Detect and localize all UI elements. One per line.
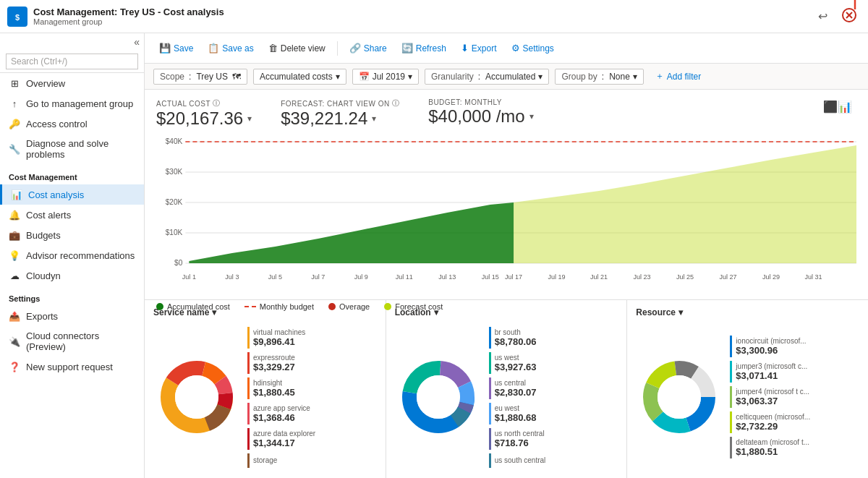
cloudyn-icon: ☁ [9, 270, 20, 281]
cost-analysis-icon: 📊 [11, 189, 22, 200]
collapse-sidebar-button[interactable]: « [134, 36, 140, 48]
settings-icon: ⚙ [511, 43, 520, 54]
actual-cost-chevron-icon: ▾ [247, 114, 252, 124]
filters-bar: Scope: Trey US 🗺 Accumulated costs ▾ 📅 J… [145, 64, 868, 90]
location-donut-chart [395, 354, 482, 440]
sidebar-item-cost-alerts[interactable]: 🔔 Cost alerts [0, 205, 144, 225]
add-filter-icon: ＋ [655, 70, 664, 82]
sidebar-item-cloudyn[interactable]: ☁ Cloudyn [0, 265, 144, 286]
scope-filter[interactable]: Scope: Trey US 🗺 [153, 69, 247, 85]
legend-budget: Monthly budget [244, 302, 314, 311]
budget-value: $40,000 /mo [428, 106, 524, 127]
location-panel-body: br south$8,780.06 us west$3,927.63 us ce… [395, 323, 618, 471]
svg-text:Jul 15: Jul 15 [482, 273, 499, 281]
support-icon: ❓ [9, 361, 20, 372]
chart-container: $40K $30K $20K $10K $0 Jul 1 Jul 3 Jul 5… [156, 135, 856, 294]
sidebar-item-management-group[interactable]: ↑ Go to management group [0, 93, 144, 114]
cloud-connectors-icon: 🔌 [9, 336, 20, 347]
forecast-value: $39,221.24 [281, 108, 367, 129]
granularity-chevron-icon: ▾ [538, 72, 542, 82]
granularity-filter[interactable]: Granularity : Accumulated ▾ [425, 69, 549, 85]
main-layout: « ⊞ Overview ↑ Go to management group 🔑 … [0, 33, 868, 478]
actual-cost-metric: ACTUAL COST ⓘ $20,167.36 ▾ [156, 98, 252, 129]
settings-section-label: Settings [0, 286, 144, 306]
refresh-button[interactable]: 🔄 Refresh [396, 40, 452, 56]
svg-text:$0: $0 [174, 259, 183, 267]
delete-view-button[interactable]: 🗑 Delete view [263, 40, 331, 56]
save-as-button[interactable]: 📋 Save as [202, 40, 259, 56]
svg-text:Jul 11: Jul 11 [396, 273, 413, 281]
close-button[interactable] [838, 7, 861, 27]
list-item: us central$2,830.07 [489, 377, 618, 399]
scope-map-icon: 🗺 [232, 72, 241, 82]
view-filter[interactable]: Accumulated costs ▾ [253, 69, 346, 85]
resource-legend-list: ionocircuit (microsof...$3,300.96 jumper… [730, 336, 859, 458]
title-bar-controls: ↩ [814, 7, 861, 27]
group-by-filter[interactable]: Group by : None ▾ [555, 69, 643, 85]
forecast-legend-dot [384, 303, 391, 310]
toolbar: 💾 Save 📋 Save as 🗑 Delete view 🔗 Share 🔄… [145, 33, 868, 64]
page-subtitle: Management group [33, 17, 224, 26]
svg-text:Jul 17: Jul 17 [505, 273, 522, 281]
cost-alerts-icon: 🔔 [9, 209, 20, 221]
list-item: celticqueen (microsof...$2,732.29 [730, 411, 859, 433]
sidebar-item-cloud-connectors[interactable]: 🔌 Cloud connectors (Preview) [0, 326, 144, 357]
calendar-icon: 📅 [359, 72, 370, 82]
title-bar: $ Cost Management: Trey US - Cost analys… [0, 0, 868, 33]
list-item: storage [247, 453, 377, 468]
svg-point-41 [175, 375, 218, 419]
sidebar-nav: ⊞ Overview ↑ Go to management group 🔑 Ac… [0, 73, 144, 478]
access-control-icon: 🔑 [9, 118, 20, 129]
sidebar-item-support[interactable]: ❓ New support request [0, 357, 144, 377]
list-item: us west$3,927.63 [489, 352, 618, 374]
list-item: ionocircuit (microsof...$3,300.96 [730, 336, 859, 357]
svg-text:$40K: $40K [166, 137, 183, 145]
sidebar: « ⊞ Overview ↑ Go to management group 🔑 … [0, 33, 145, 478]
location-legend-list: br south$8,780.06 us west$3,927.63 us ce… [489, 327, 618, 468]
list-item: us north central$718.76 [489, 428, 618, 450]
chart-type-button[interactable]: ⬛📊 [819, 98, 856, 115]
app-icon: $ [7, 7, 27, 27]
cost-management-section-label: Cost Management [0, 164, 144, 184]
budget-label: BUDGET: MONTHLY [428, 98, 533, 106]
svg-text:$20K: $20K [166, 198, 183, 206]
back-button[interactable]: ↩ [814, 8, 832, 25]
date-filter[interactable]: 📅 Jul 2019 ▾ [352, 69, 419, 85]
sidebar-search-container [0, 51, 144, 73]
list-item: jumper4 (microsof t c...$3,063.37 [730, 386, 859, 408]
sidebar-item-diagnose[interactable]: 🔧 Diagnose and solve problems [0, 134, 144, 164]
advisor-icon: 💡 [9, 249, 20, 261]
management-group-icon: ↑ [9, 98, 20, 109]
svg-text:Jul 25: Jul 25 [676, 273, 694, 281]
svg-text:$: $ [15, 13, 20, 22]
service-legend-list: virtual machines$9,896.41 expressroute$3… [247, 327, 377, 468]
resource-panel-body: ionocircuit (microsof...$3,300.96 jumper… [636, 323, 859, 471]
sidebar-item-access-control[interactable]: 🔑 Access control [0, 114, 144, 134]
sidebar-item-advisor[interactable]: 💡 Advisor recommendations [0, 245, 144, 265]
save-button[interactable]: 💾 Save [153, 40, 199, 56]
add-filter-button[interactable]: ＋ Add filter [650, 68, 707, 85]
budget-metric: BUDGET: MONTHLY $40,000 /mo ▾ [428, 98, 533, 127]
list-item: br south$8,780.06 [489, 327, 618, 349]
sidebar-item-cost-analysis[interactable]: 📊 Cost analysis [0, 184, 144, 205]
export-icon: ⬇ [461, 43, 469, 54]
actual-cost-info-icon[interactable]: ⓘ [213, 98, 221, 108]
settings-button[interactable]: ⚙ Settings [506, 40, 560, 56]
save-icon: 💾 [159, 43, 171, 54]
svg-text:Jul 5: Jul 5 [268, 273, 282, 281]
sidebar-item-exports[interactable]: 📤 Exports [0, 306, 144, 326]
budget-chevron-icon: ▾ [529, 111, 534, 121]
forecast-info-icon[interactable]: ⓘ [392, 98, 400, 108]
date-chevron-icon: ▾ [408, 72, 412, 82]
svg-text:Jul 21: Jul 21 [590, 273, 608, 281]
search-input[interactable] [6, 54, 138, 69]
sidebar-item-budgets[interactable]: 💼 Budgets [0, 225, 144, 245]
service-donut-chart [153, 354, 240, 440]
svg-text:Jul 13: Jul 13 [438, 273, 456, 281]
list-item: us south central [489, 453, 618, 468]
share-button[interactable]: 🔗 Share [344, 40, 393, 56]
budgets-icon: 💼 [9, 229, 20, 241]
export-button[interactable]: ⬇ Export [455, 40, 503, 56]
sidebar-item-overview[interactable]: ⊞ Overview [0, 73, 144, 93]
toolbar-separator-1 [337, 41, 338, 56]
